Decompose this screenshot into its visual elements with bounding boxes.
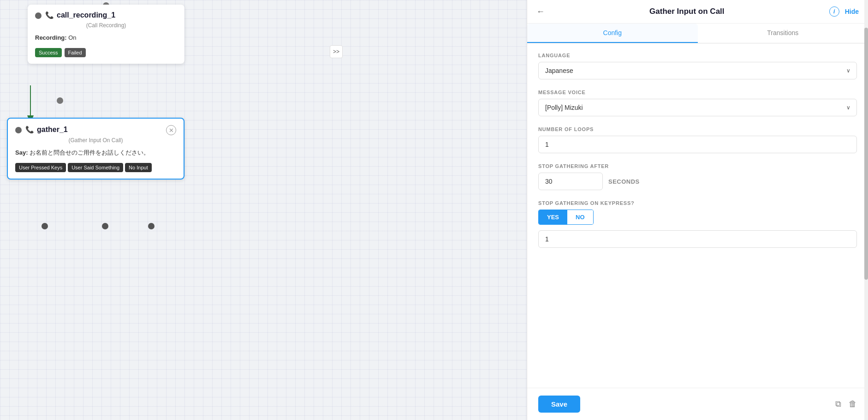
panel-content: LANGUAGE Japanese ∨ MESSAGE VOICE [Polly… (527, 43, 868, 388)
node-status-dot (35, 12, 42, 19)
node-body: Recording: On (35, 33, 177, 42)
panel-hide-btn[interactable]: Hide (845, 8, 859, 15)
panel-scrollbar-thumb (864, 28, 868, 280)
language-select-wrapper: Japanese ∨ (538, 62, 857, 79)
success-transition-btn[interactable]: Success (35, 48, 62, 57)
copy-icon[interactable]: ⧉ (835, 399, 841, 409)
recording-node: 📞 call_recording_1 (Call Recording) Reco… (28, 5, 184, 64)
panel-title: Gather Input on Call (550, 7, 824, 16)
panel-footer: Save ⧉ 🗑 (527, 388, 868, 420)
gather-title: 📞 gather_1 (25, 126, 68, 134)
right-panel: ← Gather Input on Call i Hide Config Tra… (527, 0, 868, 420)
gather-phone-icon: 📞 (25, 126, 34, 134)
stop-after-input[interactable] (538, 173, 603, 190)
tab-config[interactable]: Config (527, 24, 698, 43)
panel-back-btn[interactable]: ← (536, 7, 545, 17)
language-select[interactable]: Japanese (538, 62, 857, 79)
node-title: 📞 call_recording_1 (45, 11, 115, 19)
gather-transitions: User Pressed Keys User Said Something No… (15, 163, 176, 172)
keypress-yes-btn[interactable]: YES (539, 210, 567, 224)
keypress-field-group: STOP GATHERING ON KEYPRESS? YES NO 1 (538, 200, 857, 248)
canvas-area: 📞 call_recording_1 (Call Recording) Reco… (0, 0, 527, 420)
svg-point-4 (57, 97, 63, 104)
panel-info-icon[interactable]: i (829, 6, 839, 17)
svg-point-6 (102, 223, 108, 229)
keypress-no-btn[interactable]: NO (567, 210, 593, 224)
gather-status-dot (15, 127, 22, 133)
recording-transitions: Success Failed (35, 48, 177, 57)
gather-close-btn[interactable]: ✕ (166, 125, 176, 135)
no-input-btn[interactable]: No Input (125, 163, 152, 172)
tab-transitions[interactable]: Transitions (698, 24, 868, 43)
stop-after-row: SECONDS (538, 173, 857, 190)
keypress-toggle-group: YES NO (538, 210, 594, 225)
footer-icons: ⧉ 🗑 (835, 399, 857, 409)
keypress-label: STOP GATHERING ON KEYPRESS? (538, 200, 857, 206)
language-field-group: LANGUAGE Japanese ∨ (538, 53, 857, 79)
panel-tabs: Config Transitions (527, 24, 868, 43)
stop-after-field-group: STOP GATHERING AFTER SECONDS (538, 163, 857, 190)
loops-input[interactable] (538, 136, 857, 153)
keypress-value-display: 1 (538, 230, 857, 248)
message-voice-field-group: MESSAGE VOICE [Polly] Mizuki ∨ (538, 90, 857, 116)
user-said-something-btn[interactable]: User Said Something (68, 163, 123, 172)
panel-scrollbar[interactable] (864, 0, 868, 420)
language-label: LANGUAGE (538, 53, 857, 58)
delete-icon[interactable]: 🗑 (849, 399, 857, 409)
collapse-panel-btn[interactable]: >> (330, 45, 343, 58)
node-subtitle: (Call Recording) (35, 22, 177, 29)
loops-field-group: NUMBER OF LOOPS (538, 126, 857, 153)
gather-subtitle: (Gather Input On Call) (15, 137, 176, 144)
user-pressed-keys-btn[interactable]: User Pressed Keys (15, 163, 66, 172)
save-button[interactable]: Save (538, 396, 580, 413)
svg-point-5 (42, 223, 48, 229)
message-voice-select[interactable]: [Polly] Mizuki (538, 99, 857, 116)
phone-icon: 📞 (45, 11, 54, 19)
message-voice-label: MESSAGE VOICE (538, 90, 857, 95)
loops-label: NUMBER OF LOOPS (538, 126, 857, 132)
panel-header: ← Gather Input on Call i Hide (527, 0, 868, 24)
failed-transition-btn[interactable]: Failed (65, 48, 86, 57)
stop-after-unit: SECONDS (608, 178, 640, 185)
svg-point-7 (148, 223, 155, 229)
stop-after-label: STOP GATHERING AFTER (538, 163, 857, 169)
message-voice-select-wrapper: [Polly] Mizuki ∨ (538, 99, 857, 116)
gather-body: Say: お名前と問合せのご用件をお話しください。 (15, 148, 176, 157)
gather-node: 📞 gather_1 ✕ (Gather Input On Call) Say:… (7, 118, 184, 180)
